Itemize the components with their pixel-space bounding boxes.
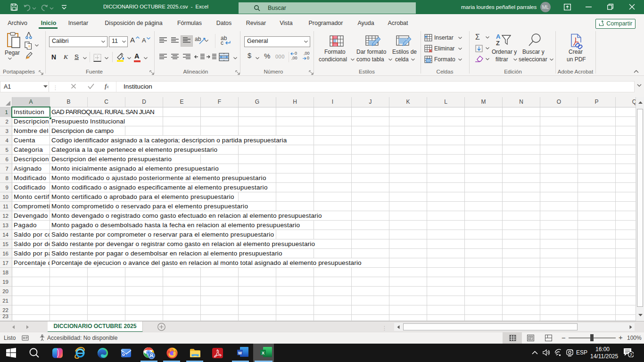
svg-text:X: X xyxy=(262,351,264,355)
svg-text:7: 7 xyxy=(630,352,632,357)
svg-text:W: W xyxy=(238,351,242,355)
